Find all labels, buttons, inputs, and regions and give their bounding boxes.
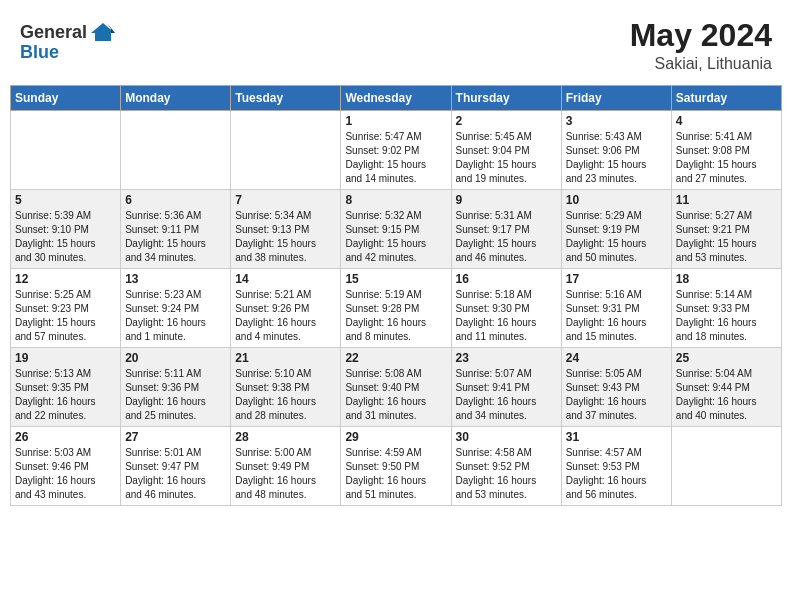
day-number: 7 (235, 193, 336, 207)
calendar-cell: 29Sunrise: 4:59 AM Sunset: 9:50 PM Dayli… (341, 427, 451, 506)
day-detail: Sunrise: 5:04 AM Sunset: 9:44 PM Dayligh… (676, 367, 777, 423)
day-detail: Sunrise: 5:47 AM Sunset: 9:02 PM Dayligh… (345, 130, 446, 186)
day-number: 17 (566, 272, 667, 286)
calendar-cell: 18Sunrise: 5:14 AM Sunset: 9:33 PM Dayli… (671, 269, 781, 348)
calendar-cell: 26Sunrise: 5:03 AM Sunset: 9:46 PM Dayli… (11, 427, 121, 506)
calendar-cell: 14Sunrise: 5:21 AM Sunset: 9:26 PM Dayli… (231, 269, 341, 348)
calendar-cell: 15Sunrise: 5:19 AM Sunset: 9:28 PM Dayli… (341, 269, 451, 348)
day-number: 30 (456, 430, 557, 444)
col-thursday: Thursday (451, 86, 561, 111)
day-detail: Sunrise: 5:34 AM Sunset: 9:13 PM Dayligh… (235, 209, 336, 265)
day-detail: Sunrise: 5:03 AM Sunset: 9:46 PM Dayligh… (15, 446, 116, 502)
col-monday: Monday (121, 86, 231, 111)
day-number: 16 (456, 272, 557, 286)
calendar-cell: 7Sunrise: 5:34 AM Sunset: 9:13 PM Daylig… (231, 190, 341, 269)
month-year: May 2024 (630, 18, 772, 53)
logo-general: General (20, 22, 87, 43)
calendar-week-row: 1Sunrise: 5:47 AM Sunset: 9:02 PM Daylig… (11, 111, 782, 190)
day-detail: Sunrise: 5:31 AM Sunset: 9:17 PM Dayligh… (456, 209, 557, 265)
day-detail: Sunrise: 5:41 AM Sunset: 9:08 PM Dayligh… (676, 130, 777, 186)
day-number: 23 (456, 351, 557, 365)
day-detail: Sunrise: 5:32 AM Sunset: 9:15 PM Dayligh… (345, 209, 446, 265)
calendar-cell: 13Sunrise: 5:23 AM Sunset: 9:24 PM Dayli… (121, 269, 231, 348)
day-number: 15 (345, 272, 446, 286)
day-number: 29 (345, 430, 446, 444)
calendar-cell: 20Sunrise: 5:11 AM Sunset: 9:36 PM Dayli… (121, 348, 231, 427)
col-tuesday: Tuesday (231, 86, 341, 111)
calendar-cell: 10Sunrise: 5:29 AM Sunset: 9:19 PM Dayli… (561, 190, 671, 269)
calendar-cell: 24Sunrise: 5:05 AM Sunset: 9:43 PM Dayli… (561, 348, 671, 427)
day-detail: Sunrise: 5:25 AM Sunset: 9:23 PM Dayligh… (15, 288, 116, 344)
day-number: 26 (15, 430, 116, 444)
calendar-cell: 28Sunrise: 5:00 AM Sunset: 9:49 PM Dayli… (231, 427, 341, 506)
day-number: 4 (676, 114, 777, 128)
day-detail: Sunrise: 5:21 AM Sunset: 9:26 PM Dayligh… (235, 288, 336, 344)
calendar-cell: 6Sunrise: 5:36 AM Sunset: 9:11 PM Daylig… (121, 190, 231, 269)
day-detail: Sunrise: 5:13 AM Sunset: 9:35 PM Dayligh… (15, 367, 116, 423)
col-sunday: Sunday (11, 86, 121, 111)
calendar-cell (121, 111, 231, 190)
day-detail: Sunrise: 5:05 AM Sunset: 9:43 PM Dayligh… (566, 367, 667, 423)
calendar-week-row: 5Sunrise: 5:39 AM Sunset: 9:10 PM Daylig… (11, 190, 782, 269)
day-number: 9 (456, 193, 557, 207)
calendar-cell: 1Sunrise: 5:47 AM Sunset: 9:02 PM Daylig… (341, 111, 451, 190)
day-number: 28 (235, 430, 336, 444)
day-detail: Sunrise: 5:29 AM Sunset: 9:19 PM Dayligh… (566, 209, 667, 265)
day-number: 3 (566, 114, 667, 128)
calendar-cell: 17Sunrise: 5:16 AM Sunset: 9:31 PM Dayli… (561, 269, 671, 348)
day-detail: Sunrise: 5:01 AM Sunset: 9:47 PM Dayligh… (125, 446, 226, 502)
day-number: 8 (345, 193, 446, 207)
day-detail: Sunrise: 5:00 AM Sunset: 9:49 PM Dayligh… (235, 446, 336, 502)
location: Sakiai, Lithuania (630, 55, 772, 73)
day-number: 25 (676, 351, 777, 365)
day-detail: Sunrise: 5:43 AM Sunset: 9:06 PM Dayligh… (566, 130, 667, 186)
calendar-cell: 22Sunrise: 5:08 AM Sunset: 9:40 PM Dayli… (341, 348, 451, 427)
day-number: 13 (125, 272, 226, 286)
calendar-cell: 5Sunrise: 5:39 AM Sunset: 9:10 PM Daylig… (11, 190, 121, 269)
day-number: 10 (566, 193, 667, 207)
day-detail: Sunrise: 4:59 AM Sunset: 9:50 PM Dayligh… (345, 446, 446, 502)
day-number: 24 (566, 351, 667, 365)
day-detail: Sunrise: 4:57 AM Sunset: 9:53 PM Dayligh… (566, 446, 667, 502)
day-detail: Sunrise: 5:19 AM Sunset: 9:28 PM Dayligh… (345, 288, 446, 344)
calendar-cell: 30Sunrise: 4:58 AM Sunset: 9:52 PM Dayli… (451, 427, 561, 506)
day-detail: Sunrise: 5:18 AM Sunset: 9:30 PM Dayligh… (456, 288, 557, 344)
calendar-cell: 8Sunrise: 5:32 AM Sunset: 9:15 PM Daylig… (341, 190, 451, 269)
day-detail: Sunrise: 5:08 AM Sunset: 9:40 PM Dayligh… (345, 367, 446, 423)
day-number: 21 (235, 351, 336, 365)
calendar-cell: 9Sunrise: 5:31 AM Sunset: 9:17 PM Daylig… (451, 190, 561, 269)
day-number: 14 (235, 272, 336, 286)
day-detail: Sunrise: 5:16 AM Sunset: 9:31 PM Dayligh… (566, 288, 667, 344)
calendar-cell: 16Sunrise: 5:18 AM Sunset: 9:30 PM Dayli… (451, 269, 561, 348)
calendar-cell: 3Sunrise: 5:43 AM Sunset: 9:06 PM Daylig… (561, 111, 671, 190)
title-block: May 2024 Sakiai, Lithuania (630, 18, 772, 73)
calendar-cell: 31Sunrise: 4:57 AM Sunset: 9:53 PM Dayli… (561, 427, 671, 506)
day-number: 12 (15, 272, 116, 286)
calendar-cell (11, 111, 121, 190)
day-detail: Sunrise: 4:58 AM Sunset: 9:52 PM Dayligh… (456, 446, 557, 502)
day-number: 20 (125, 351, 226, 365)
calendar-header-row: Sunday Monday Tuesday Wednesday Thursday… (11, 86, 782, 111)
calendar-week-row: 12Sunrise: 5:25 AM Sunset: 9:23 PM Dayli… (11, 269, 782, 348)
day-detail: Sunrise: 5:27 AM Sunset: 9:21 PM Dayligh… (676, 209, 777, 265)
logo-blue: Blue (20, 42, 117, 63)
calendar-week-row: 26Sunrise: 5:03 AM Sunset: 9:46 PM Dayli… (11, 427, 782, 506)
calendar-cell: 2Sunrise: 5:45 AM Sunset: 9:04 PM Daylig… (451, 111, 561, 190)
logo: General Blue (20, 18, 117, 63)
day-number: 1 (345, 114, 446, 128)
day-detail: Sunrise: 5:07 AM Sunset: 9:41 PM Dayligh… (456, 367, 557, 423)
calendar-cell (231, 111, 341, 190)
calendar-cell: 11Sunrise: 5:27 AM Sunset: 9:21 PM Dayli… (671, 190, 781, 269)
calendar-cell (671, 427, 781, 506)
day-number: 31 (566, 430, 667, 444)
day-number: 27 (125, 430, 226, 444)
calendar-cell: 4Sunrise: 5:41 AM Sunset: 9:08 PM Daylig… (671, 111, 781, 190)
col-friday: Friday (561, 86, 671, 111)
day-detail: Sunrise: 5:39 AM Sunset: 9:10 PM Dayligh… (15, 209, 116, 265)
calendar-cell: 23Sunrise: 5:07 AM Sunset: 9:41 PM Dayli… (451, 348, 561, 427)
day-number: 22 (345, 351, 446, 365)
col-wednesday: Wednesday (341, 86, 451, 111)
calendar-cell: 19Sunrise: 5:13 AM Sunset: 9:35 PM Dayli… (11, 348, 121, 427)
day-number: 11 (676, 193, 777, 207)
calendar-table: Sunday Monday Tuesday Wednesday Thursday… (10, 85, 782, 506)
